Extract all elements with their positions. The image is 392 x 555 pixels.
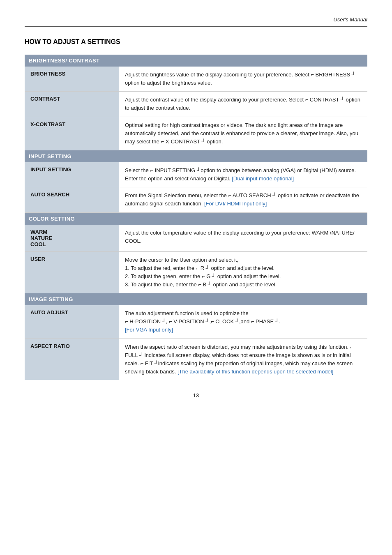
- item-label: AUTO ADJUST: [25, 305, 119, 339]
- table-row: ASPECT RATIOWhen the aspect ratio of scr…: [25, 339, 367, 380]
- item-description: Select the ⌐ INPUT SETTING ┘option to ch…: [119, 162, 367, 187]
- item-label: CONTRAST: [25, 92, 119, 117]
- table-row: AUTO ADJUSTThe auto adjustment function …: [25, 305, 367, 339]
- page-header: User's Manual: [25, 16, 367, 23]
- blue-note: [The availability of this function depen…: [178, 368, 333, 375]
- table-row: USERMove the cursor to the User option a…: [25, 251, 367, 293]
- item-label: X-CONTRAST: [25, 117, 119, 150]
- page-number: 13: [25, 392, 367, 398]
- table-row: X-CONTRASTOptimal setting for high contr…: [25, 117, 367, 150]
- table-row: BRIGHTNESSAdjust the brightness value of…: [25, 67, 367, 92]
- item-description: Optimal setting for high contrast images…: [119, 117, 367, 150]
- blue-note: [For VGA Input only]: [125, 327, 173, 333]
- item-description: Adjust the brightness value of the displ…: [119, 67, 367, 92]
- settings-table: BRIGHTNESS/ CONTRASTBRIGHTNESSAdjust the…: [25, 55, 367, 380]
- section-header-image-setting: IMAGE SETTING: [25, 293, 367, 306]
- item-label: INPUT SETTING: [25, 162, 119, 187]
- header-rule: [25, 26, 367, 27]
- blue-note: [For DVI/ HDMI Input only]: [204, 200, 267, 207]
- item-label: WARMNATURECOOL: [25, 225, 119, 252]
- item-description: Adjust the color temperature value of th…: [119, 225, 367, 252]
- header-title: User's Manual: [333, 16, 367, 23]
- item-description: Adjust the contrast value of the display…: [119, 92, 367, 117]
- item-label: ASPECT RATIO: [25, 339, 119, 380]
- item-label: USER: [25, 251, 119, 293]
- section-header-brightness-contrast: BRIGHTNESS/ CONTRAST: [25, 55, 367, 67]
- item-label: BRIGHTNESS: [25, 67, 119, 92]
- blue-note: [Dual input mode optional]: [232, 175, 294, 182]
- table-row: WARMNATURECOOLAdjust the color temperatu…: [25, 225, 367, 252]
- table-row: CONTRASTAdjust the contrast value of the…: [25, 92, 367, 117]
- section-header-input-setting: INPUT SETTING: [25, 150, 367, 162]
- item-description: The auto adjustment function is used to …: [119, 305, 367, 339]
- item-description: Move the cursor to the User option and s…: [119, 251, 367, 293]
- item-description: When the aspect ratio of screen is disto…: [119, 339, 367, 380]
- table-row: AUTO SEARCHFrom the Signal Selection men…: [25, 187, 367, 212]
- item-description: From the Signal Selection menu, select t…: [119, 187, 367, 212]
- item-label: AUTO SEARCH: [25, 187, 119, 212]
- table-row: INPUT SETTINGSelect the ⌐ INPUT SETTING …: [25, 162, 367, 187]
- page-title: HOW TO ADJUST A SETTINGS: [25, 38, 367, 46]
- section-header-color-setting: COLOR SETTING: [25, 212, 367, 225]
